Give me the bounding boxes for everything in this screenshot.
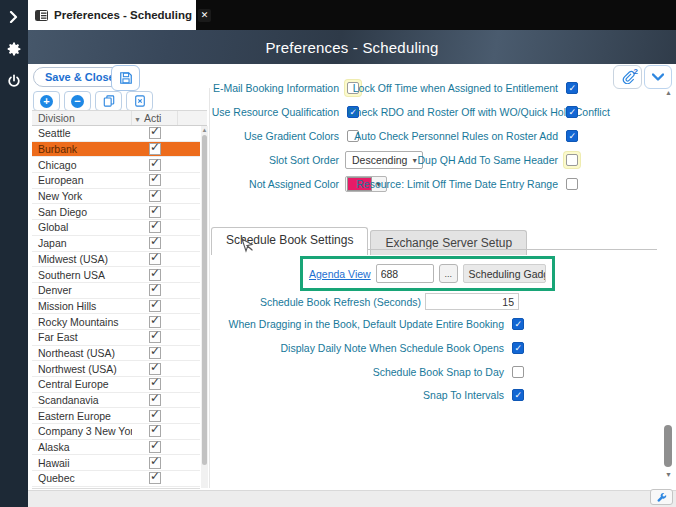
lock-off-time-checkbox[interactable] [566, 82, 578, 94]
division-active-checkbox[interactable] [132, 472, 178, 484]
scrollbar-thumb[interactable] [202, 135, 207, 465]
export-excel-button[interactable] [126, 91, 153, 111]
auto-check-personnel-checkbox[interactable] [566, 130, 578, 142]
agenda-view-link[interactable]: Agenda View [309, 268, 371, 280]
table-row[interactable]: Company 3 New York [32, 424, 200, 440]
minus-circle-icon: − [71, 95, 84, 108]
dragging-update-checkbox[interactable] [512, 318, 524, 330]
check-icon [149, 347, 161, 359]
email-booking-label: E-Mail Booking Information [211, 82, 339, 94]
division-list: Seattle Burbank Chicago European New Yor… [32, 126, 200, 489]
remove-division-button[interactable]: − [64, 91, 91, 111]
division-name: Alaska [32, 441, 132, 453]
division-active-checkbox[interactable] [132, 237, 178, 249]
division-active-checkbox[interactable] [132, 159, 178, 171]
tab-preferences-scheduling[interactable]: Preferences - Scheduling ✕ [28, 0, 196, 30]
table-row[interactable]: Mission Hills [32, 299, 200, 315]
check-icon [149, 300, 161, 312]
division-active-checkbox[interactable] [132, 347, 178, 359]
division-active-checkbox[interactable] [132, 425, 178, 437]
division-active-checkbox[interactable] [132, 284, 178, 296]
table-row[interactable]: Japan [32, 236, 200, 252]
division-active-checkbox[interactable] [132, 378, 178, 390]
table-row[interactable]: Rocky Mountains [32, 314, 200, 330]
check-icon [149, 472, 161, 484]
division-active-checkbox[interactable] [132, 253, 178, 265]
slot-sort-order-label: Slot Sort Order [211, 154, 339, 166]
limit-off-time-checkbox[interactable] [566, 178, 578, 190]
division-active-checkbox[interactable] [132, 331, 178, 343]
settings-tools-button[interactable] [650, 489, 673, 505]
main-scrollbar[interactable]: ▲ ▼ [662, 88, 675, 480]
scroll-up-icon[interactable]: ▲ [201, 126, 208, 134]
sub-tabs: Schedule Book Settings Exchange Server S… [211, 227, 527, 255]
division-name: Southern USA [32, 269, 132, 281]
check-icon [149, 363, 161, 375]
refresh-label: Schedule Book Refresh (Seconds) [211, 296, 421, 308]
copy-button[interactable] [95, 91, 122, 111]
table-row[interactable]: Seattle [32, 126, 200, 142]
close-icon[interactable]: ✕ [198, 9, 211, 22]
table-row[interactable]: Southern USA [32, 267, 200, 283]
division-active-checkbox[interactable] [132, 457, 178, 469]
table-row[interactable]: Denver [32, 283, 200, 299]
division-active-checkbox[interactable] [132, 143, 178, 155]
column-header-division[interactable]: Division [32, 111, 132, 125]
division-active-checkbox[interactable] [132, 206, 178, 218]
table-row[interactable]: Quebec [32, 471, 200, 487]
add-division-button[interactable]: + [33, 91, 60, 111]
scroll-down-icon[interactable]: ▼ [662, 470, 675, 480]
save-button[interactable] [111, 65, 140, 91]
table-row[interactable]: European [32, 173, 200, 189]
division-name: Central Europe [32, 378, 132, 390]
table-row[interactable]: Scandanavia [32, 393, 200, 409]
table-row[interactable]: Midwest (USA) [32, 252, 200, 268]
gear-icon[interactable] [5, 40, 23, 58]
division-active-checkbox[interactable] [132, 174, 178, 186]
agenda-view-input[interactable] [376, 264, 434, 283]
table-row[interactable]: Global [32, 220, 200, 236]
excel-file-icon [134, 95, 146, 107]
browse-button[interactable]: ... [439, 264, 458, 283]
division-name: Chicago [32, 159, 132, 171]
refresh-row: Schedule Book Refresh (Seconds) [211, 293, 519, 310]
table-row[interactable]: Chicago [32, 157, 200, 173]
dup-qh-checkbox[interactable] [566, 154, 578, 166]
tab-schedule-book-settings[interactable]: Schedule Book Settings [211, 227, 368, 255]
division-active-checkbox[interactable] [132, 394, 178, 406]
division-active-checkbox[interactable] [132, 269, 178, 281]
division-active-checkbox[interactable] [132, 190, 178, 202]
table-row[interactable]: New York [32, 189, 200, 205]
division-active-checkbox[interactable] [132, 300, 178, 312]
check-icon [149, 394, 161, 406]
snap-to-day-checkbox[interactable] [512, 366, 524, 378]
table-row[interactable]: Eastern Europe [32, 408, 200, 424]
power-icon[interactable] [5, 72, 23, 90]
refresh-input[interactable] [425, 293, 519, 310]
table-row[interactable]: Hawaii [32, 455, 200, 471]
tab-exchange-server-setup[interactable]: Exchange Server Setup [370, 230, 527, 255]
check-rdo-checkbox[interactable] [566, 106, 578, 118]
division-active-checkbox[interactable] [132, 221, 178, 233]
expand-sidebar-icon[interactable] [5, 8, 23, 26]
division-active-checkbox[interactable] [132, 363, 178, 375]
division-active-checkbox[interactable] [132, 127, 178, 139]
division-list-scrollbar[interactable]: ▲ [201, 126, 208, 488]
scrollbar-thumb[interactable] [664, 425, 672, 467]
snap-to-intervals-checkbox[interactable] [512, 389, 524, 401]
division-name: Mission Hills [32, 300, 132, 312]
plus-circle-icon: + [40, 95, 53, 108]
division-active-checkbox[interactable] [132, 410, 178, 422]
table-row[interactable]: Far East [32, 330, 200, 346]
table-row[interactable]: Northwest (USA) [32, 361, 200, 377]
division-active-checkbox[interactable] [132, 316, 178, 328]
table-row[interactable]: Central Europe [32, 377, 200, 393]
division-active-checkbox[interactable] [132, 441, 178, 453]
table-row[interactable]: Northeast (USA) [32, 346, 200, 362]
table-row[interactable]: San Diego [32, 204, 200, 220]
table-row[interactable]: Burbank [32, 142, 200, 158]
column-header-active[interactable]: ▼Acti [132, 111, 178, 125]
table-row[interactable]: Alaska [32, 440, 200, 456]
daily-note-checkbox[interactable] [512, 342, 524, 354]
scroll-up-icon[interactable]: ▲ [662, 88, 675, 98]
